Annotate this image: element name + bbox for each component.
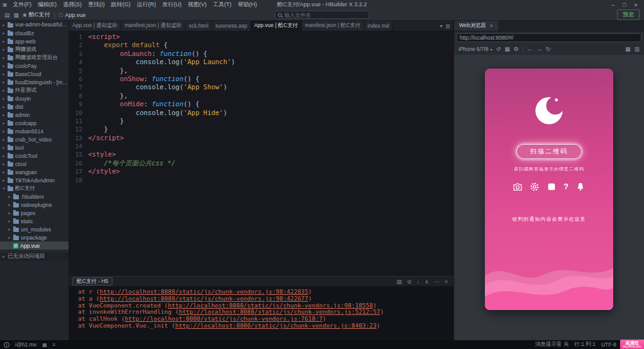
tree-item-folder[interactable]: ▸dist [0, 102, 69, 111]
open-external-icon[interactable]: ▥ [634, 46, 640, 52]
breadcrumb-project[interactable]: ▣ 酷C支付 [23, 11, 50, 19]
tree-item-folder[interactable]: ▸uni_modules [0, 225, 69, 233]
tree-item-folder[interactable]: ▸moban5514 [0, 127, 69, 135]
tree-item-folder[interactable]: ▸cloudBz [0, 29, 69, 37]
console-close-icon[interactable]: × [445, 279, 448, 285]
console-collapse-icon[interactable]: ∧ [425, 279, 429, 285]
close-icon[interactable]: × [490, 23, 493, 29]
status-cursor-position[interactable]: 行:1 列:1 [574, 341, 596, 348]
search-input[interactable] [284, 12, 366, 18]
tree-item-folder[interactable]: ▸网赚游戏管理后台 [0, 53, 69, 62]
screenshot-icon[interactable]: ▦ [625, 46, 631, 52]
console-scroll-down-icon[interactable]: ↓ [417, 279, 420, 285]
minimize-button[interactable]: – [608, 2, 619, 8]
tree-item-folder[interactable]: ▸pages [0, 209, 69, 217]
menu-item[interactable]: 跳转(G) [108, 1, 134, 9]
tab-list-icon[interactable]: ▾ [440, 23, 442, 29]
console-body[interactable]: at r (http://localhost:8080/static/js/ch… [69, 286, 453, 340]
menu-item[interactable]: 文件(F) [10, 1, 35, 9]
gear-icon[interactable] [530, 182, 540, 192]
split-editor-icon[interactable]: ▥ [445, 23, 450, 29]
tree-item-folder[interactable]: ▸app-web [0, 37, 69, 45]
menu-item[interactable]: 运行(R) [134, 1, 160, 9]
tree-item-folder[interactable]: ▸抖音测试 [0, 86, 69, 94]
box-icon[interactable] [547, 182, 557, 192]
tree-item-folder[interactable]: ▸douyin [0, 94, 69, 102]
inaccessible-projects-section[interactable]: ▸ 已无法访问项目 [0, 252, 69, 261]
tree-item-folder[interactable]: ▸nativeplugins [0, 201, 69, 209]
stack-trace-link[interactable]: http://localhost:8080/static/js/chunk-ve… [99, 295, 308, 302]
editor-tab[interactable]: manifest.json | 通知监听 [121, 21, 186, 31]
menu-item[interactable]: 视图(V) [185, 1, 210, 9]
editor-tab[interactable]: sureness.asp [212, 21, 251, 31]
scan-qr-button[interactable]: 扫描二维码 [516, 144, 582, 159]
info-icon[interactable]: i [4, 342, 9, 348]
list-icon[interactable]: ≡ [53, 342, 56, 348]
console-toggle-icon[interactable]: ▤ [4, 12, 10, 18]
tree-item-folder[interactable]: ▸crab_hot_video [0, 135, 69, 143]
console-clear-icon[interactable]: ⊘ [407, 279, 412, 285]
tree-item-folder[interactable]: ▸static [0, 217, 69, 225]
status-sound[interactable]: 消息提示音 关 [535, 341, 569, 348]
rotate-icon[interactable]: ↺ [496, 46, 501, 52]
tree-item-folder[interactable]: ▸coolcTool [0, 152, 69, 160]
tree-item-folder[interactable]: ▸tool [0, 143, 69, 152]
stack-trace-link[interactable]: http://localhost:8080/static/js/chunk-ve… [125, 315, 323, 322]
stack-trace-link[interactable]: http://localhost:8080/static/js/chunk-ve… [168, 302, 373, 309]
tree-item-folder[interactable]: ▸foodDistinguish - [master] [0, 78, 69, 86]
tree-item-folder[interactable]: ▸wangpan [0, 168, 69, 176]
console-panel-icon[interactable]: ▤ [397, 279, 402, 285]
menu-item[interactable]: 编辑(E) [35, 1, 60, 9]
tree-item-folder[interactable]: ▸coolcPay [0, 62, 69, 70]
code-editor[interactable]: 1<script>2 export default {3 onLaunch: f… [69, 31, 453, 276]
settings-gear-icon[interactable]: ⚙ [514, 46, 519, 52]
stack-trace-link[interactable]: http://localhost:8080/static/js/chunk-ve… [175, 322, 376, 329]
tree-item-folder[interactable]: ▸ctool [0, 160, 69, 168]
tree-item-file[interactable]: App.vue [0, 241, 69, 250]
tree-item-folder[interactable]: ▸admin [0, 111, 69, 119]
status-account[interactable]: i@h2.me [15, 341, 36, 348]
maximize-button[interactable]: □ [619, 2, 630, 8]
file-tree: ▸vue-admin-beautiful通...▸cloudBz▸app-web… [0, 21, 69, 250]
editor-tab[interactable]: manifest.json | 酷C支付 [302, 21, 365, 31]
menu-item[interactable]: 工具(T) [210, 1, 235, 9]
editor-tab[interactable]: index.md [364, 21, 393, 31]
grid-icon[interactable]: ▦ [42, 342, 47, 348]
tab-web-browser[interactable]: Web浏览器 × [454, 21, 498, 31]
tree-item-folder[interactable]: ▸unpackage [0, 233, 69, 241]
device-view-icon[interactable]: ▦ [14, 12, 19, 18]
menu-item[interactable]: 帮助(H) [235, 1, 260, 9]
back-icon[interactable]: ← [527, 46, 533, 52]
tree-item-folder[interactable]: ▸BaseCloud [0, 70, 69, 78]
address-bar[interactable] [457, 33, 641, 42]
stack-trace-link[interactable]: http://localhost:8080/static/js/chunk-ve… [179, 308, 380, 315]
tree-item-folder[interactable]: ▾酷C支付 [0, 184, 69, 192]
tree-item-label: dist [15, 104, 23, 110]
qr-code-icon[interactable]: ▦ [504, 46, 510, 52]
tree-item-folder[interactable]: ▸TikTokAdvAdmin [0, 176, 69, 184]
refresh-icon[interactable]: ↻ [546, 46, 551, 52]
menu-item[interactable]: 选择(S) [60, 1, 85, 9]
editor-tab[interactable]: App.vue | 通知监听 [69, 21, 121, 31]
editor-tab[interactable]: xck.html [186, 21, 212, 31]
menu-item[interactable]: 发行(U) [159, 1, 185, 9]
camera-icon[interactable] [513, 182, 523, 192]
console-more-icon[interactable]: ⋯ [434, 279, 440, 285]
close-button[interactable]: × [630, 2, 641, 8]
console-tab[interactable]: 酷C支付 - H5 [72, 277, 113, 285]
help-icon[interactable]: ? [564, 182, 569, 192]
tree-item-folder[interactable]: ▸网赚游戏 [0, 45, 69, 53]
breadcrumb-file[interactable]: ▢ App.vue [59, 12, 86, 18]
tree-item-folder[interactable]: ▸coolcapp [0, 119, 69, 127]
quick-open-search[interactable] [275, 11, 369, 19]
status-encoding[interactable]: UTF-8 [601, 341, 616, 348]
menu-item[interactable]: 查找(I) [85, 1, 108, 9]
stack-trace-link[interactable]: http://localhost:8080/static/js/chunk-ve… [99, 288, 308, 295]
editor-tab-active[interactable]: App.vue | 酷C支付 [251, 21, 302, 31]
preview-button[interactable]: 预览 [617, 9, 640, 20]
device-selector[interactable]: iPhone 6/7/8 ▾ [458, 46, 492, 52]
forward-icon[interactable]: → [536, 46, 542, 52]
tree-item-folder[interactable]: ▸vue-admin-beautiful通... [0, 21, 69, 29]
tree-item-folder[interactable]: ▸.hbuilderx [0, 192, 69, 201]
bell-icon[interactable] [575, 182, 586, 192]
